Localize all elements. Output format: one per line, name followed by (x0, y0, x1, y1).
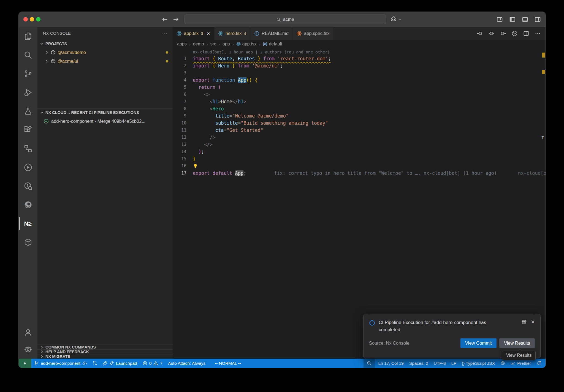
activity-item-nx-cloud[interactable] (19, 233, 37, 252)
notification-close-icon[interactable]: × (531, 319, 535, 325)
close-window-button[interactable] (23, 17, 28, 21)
status-notifications-bell[interactable] (534, 359, 544, 368)
breadcrumb-item-apps[interactable]: apps (177, 42, 187, 47)
code-line-content[interactable]: } (193, 155, 196, 162)
line-number[interactable]: 1 (173, 55, 186, 62)
breadcrumb-item-app.tsx[interactable]: app.tsx (236, 42, 257, 47)
code-line-content[interactable]: return ( (193, 84, 221, 91)
status-launchpad[interactable]: Launchpad (100, 359, 140, 368)
view-commit-button[interactable]: View Commit (460, 338, 497, 348)
customize-layout-icon[interactable] (497, 16, 503, 23)
code-line-content[interactable]: import { Hero } from '@acme/ui'; (193, 62, 283, 69)
code-line-content[interactable]: <Hero (193, 105, 224, 112)
close-tab-icon[interactable]: × (207, 31, 210, 36)
line-number[interactable]: 5 (173, 84, 186, 91)
status-eol[interactable]: LF (449, 359, 459, 368)
status-branch[interactable]: add-hero-component (31, 359, 90, 368)
status-zoom-indicator[interactable] (364, 359, 375, 368)
code-line-content[interactable]: <h1>Home</h1> (193, 98, 246, 105)
activity-item-explorer[interactable] (19, 27, 37, 46)
line-number[interactable]: 17 (173, 170, 186, 177)
line-number[interactable]: 6 (173, 91, 186, 98)
activity-item-code-inspect[interactable] (19, 177, 37, 195)
copilot-menu[interactable] (390, 16, 402, 23)
code-line-content[interactable]: /> (193, 134, 215, 141)
status-vim-mode[interactable]: -- NORMAL -- (212, 359, 244, 368)
pipeline-execution-item[interactable]: add-hero-component - Merge 409b44e5cb02.… (37, 117, 173, 126)
activity-item-settings[interactable] (19, 341, 37, 358)
line-number[interactable]: 12 (173, 134, 186, 141)
pane-header-help-and-feedback[interactable]: HELP AND FEEDBACK (37, 349, 173, 354)
view-results-button[interactable]: View Results (499, 338, 535, 348)
split-editor-icon[interactable] (523, 31, 529, 36)
toggle-primary-sidebar-icon[interactable] (509, 16, 516, 23)
minimize-window-button[interactable] (30, 17, 34, 21)
navigate-forward-icon[interactable] (172, 16, 179, 23)
activity-item-edge-browser[interactable] (19, 195, 37, 214)
status-cursor-position[interactable]: Ln 17, Col 19 (376, 359, 406, 368)
tab-hero.tsx[interactable]: hero.tsx4 (214, 27, 250, 40)
breadcrumb-item-app[interactable]: app (223, 42, 230, 47)
line-number[interactable]: 4 (173, 77, 186, 84)
line-number[interactable]: 16 (173, 162, 186, 170)
sidebar-more-actions-icon[interactable]: ··· (161, 32, 168, 35)
code-line-content[interactable] (193, 162, 198, 170)
run-file-icon[interactable] (512, 31, 517, 36)
activity-item-accounts[interactable] (19, 324, 37, 341)
projects-pane-header[interactable]: PROJECTS (37, 39, 173, 48)
toggle-secondary-sidebar-icon[interactable] (535, 16, 541, 23)
status-compare-changes[interactable] (90, 359, 100, 368)
activity-item-nx-graph[interactable] (19, 139, 37, 158)
toggle-panel-icon[interactable] (522, 16, 528, 23)
pane-header-nx-migrate[interactable]: NX MIGRATE (37, 354, 173, 359)
breadcrumb-item-demo[interactable]: demo (193, 42, 204, 47)
line-number[interactable]: 11 (173, 127, 186, 134)
notification-settings-gear-icon[interactable] (521, 319, 527, 325)
activity-item-source-control[interactable] (19, 64, 37, 83)
status-auto-attach[interactable]: Auto Attach: Always (165, 359, 208, 368)
line-number[interactable]: 9 (173, 112, 186, 119)
activity-item-search[interactable] (19, 46, 37, 64)
code-line-content[interactable]: export function App() { (193, 77, 258, 84)
status-language-mode[interactable]: {} TypeScript JSX (459, 359, 498, 368)
activity-item-run-debug[interactable] (19, 83, 37, 102)
tab-README.md[interactable]: README.md (250, 27, 293, 40)
status-encoding[interactable]: UTF-8 (431, 359, 449, 368)
code-line-content[interactable]: <> (193, 91, 210, 98)
line-number[interactable]: 8 (173, 105, 186, 112)
code-editor[interactable]: nx-cloud[bot], 1 hour ago | 2 authors (Y… (173, 48, 546, 359)
status-remote-indicator[interactable] (19, 359, 31, 368)
code-line-content[interactable]: subtitle="Build something amazing today" (193, 119, 328, 127)
navigate-back-circle-icon[interactable] (477, 31, 483, 36)
zoom-window-button[interactable] (36, 17, 40, 21)
code-line-content[interactable]: export default App;fix: correct typo in … (193, 170, 497, 177)
line-number[interactable]: 15 (173, 155, 186, 162)
activity-item-nx-console[interactable] (19, 214, 37, 233)
code-line-content[interactable]: title="Welcome @acme/demo" (193, 112, 289, 119)
navigate-forward-circle-icon[interactable] (500, 31, 506, 36)
breadcrumb-item-default[interactable]: default (263, 42, 282, 47)
activity-item-run-tasks[interactable] (19, 158, 37, 177)
line-number[interactable]: 3 (173, 69, 186, 77)
activity-item-extensions[interactable] (19, 121, 37, 139)
line-number[interactable]: 7 (173, 98, 186, 105)
tab-app.spec.tsx[interactable]: app.spec.tsx (293, 27, 334, 40)
line-number[interactable]: 13 (173, 141, 186, 148)
activity-item-testing[interactable] (19, 102, 37, 121)
more-actions-icon[interactable] (535, 31, 541, 36)
line-number[interactable]: 2 (173, 62, 186, 69)
breadcrumb-item-src[interactable]: src (210, 42, 216, 47)
navigate-back-icon[interactable] (161, 16, 168, 23)
code-line-content[interactable]: ); (193, 148, 204, 155)
code-line-content[interactable]: cta="Get Started" (193, 127, 263, 134)
line-number[interactable]: 10 (173, 119, 186, 127)
project-item-@acme/ui[interactable]: @acme/ui (37, 57, 173, 66)
project-item-@acme/demo[interactable]: @acme/demo (37, 48, 173, 57)
status-indentation[interactable]: Spaces: 2 (406, 359, 431, 368)
nx-cloud-pane-header[interactable]: NX CLOUD :: RECENT CI PIPELINE EXECUTION… (37, 108, 173, 117)
code-line-content[interactable]: import { Route, Routes } from 'react-rou… (193, 55, 331, 62)
code-line-content[interactable]: </> (193, 141, 213, 148)
line-number[interactable]: 14 (173, 148, 186, 155)
pane-header-common-nx-commands[interactable]: COMMON NX COMMANDS (37, 345, 173, 349)
command-center-search[interactable]: acme (185, 15, 386, 24)
